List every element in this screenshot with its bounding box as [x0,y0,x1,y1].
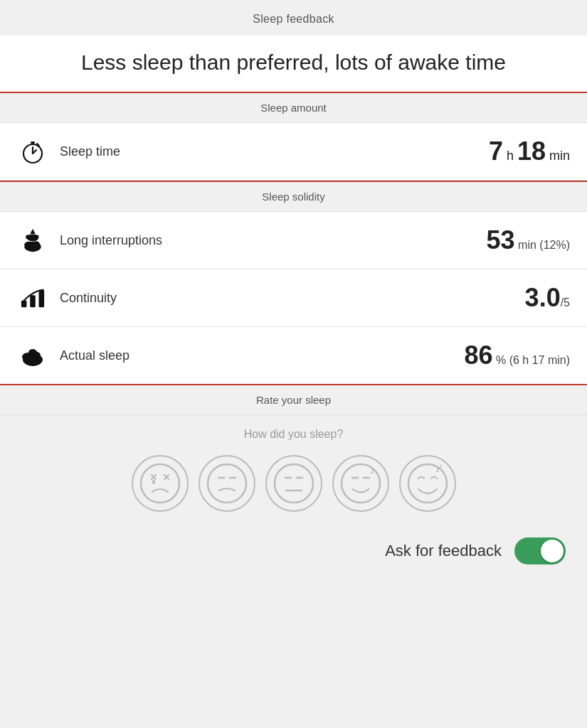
actual-sleep-value: 86 % (6 h 17 min) [464,341,570,370]
svg-text:z: z [439,464,443,469]
interruptions-icon [17,225,48,256]
section-sleep-amount: Sleep amount [0,93,587,123]
rate-sleep-section: Rate your sleep How did you sleep? [0,385,587,600]
actual-sleep-icon [17,340,48,371]
svg-marker-8 [30,229,35,234]
emoji-great[interactable]: z z [399,455,456,512]
emoji-rating-row: z z z [0,448,587,526]
feedback-row: Ask for feedback [0,526,587,593]
svg-rect-11 [39,290,45,308]
svg-point-15 [28,349,37,356]
svg-text:z: z [370,467,374,475]
headline: Less sleep than preferred, lots of awake… [0,36,587,93]
svg-point-33 [408,464,447,503]
actual-sleep-label: Actual sleep [60,348,464,363]
emoji-bad[interactable] [199,455,255,512]
svg-point-21 [152,480,155,484]
page-title: Sleep feedback [0,0,587,36]
toggle-knob [541,540,564,562]
svg-point-4 [32,241,40,247]
section-sleep-solidity: Sleep solidity [0,182,587,212]
svg-point-3 [24,242,33,248]
svg-point-7 [33,235,38,238]
metric-long-interruptions: Long interruptions 53 min (12%) [0,212,587,269]
metric-continuity: Continuity 3.0/5 [0,269,587,327]
metric-actual-sleep: Actual sleep 86 % (6 h 17 min) [0,327,587,385]
section-rate-sleep: Rate your sleep [0,385,587,415]
sleep-time-value: 7 h 18 min [489,136,570,166]
long-interruptions-value: 53 min (12%) [487,225,570,255]
sleep-time-label: Sleep time [60,144,489,159]
continuity-value: 3.0/5 [525,283,570,313]
emoji-neutral[interactable] [265,455,322,512]
emoji-very-bad[interactable] [132,455,189,512]
svg-rect-10 [30,295,36,307]
metric-sleep-time: Sleep time 7 h 18 min [0,123,587,181]
timer-icon [17,136,48,167]
ask-feedback-toggle[interactable] [514,537,566,564]
svg-rect-9 [21,301,27,307]
svg-rect-1 [31,141,35,144]
svg-point-6 [26,235,32,239]
rate-question: How did you sleep? [0,415,587,448]
svg-point-25 [275,464,313,503]
emoji-good[interactable]: z [332,455,389,512]
svg-point-16 [141,464,179,503]
continuity-label: Continuity [60,291,525,306]
svg-point-22 [208,464,246,503]
long-interruptions-label: Long interruptions [60,233,487,248]
continuity-icon [17,282,48,314]
feedback-label: Ask for feedback [385,542,502,560]
